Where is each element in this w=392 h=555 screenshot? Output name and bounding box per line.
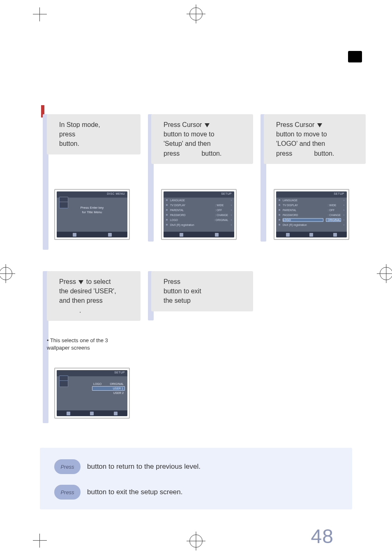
menu-row: DivX (R) registration› xyxy=(276,222,347,227)
menu-row-key: TV DISPLAY xyxy=(283,204,325,207)
chevron-right-icon: › xyxy=(344,204,344,207)
menu-row-key: PARENTAL xyxy=(170,209,213,212)
chevron-right-icon: › xyxy=(344,219,344,221)
menu-row: PARENTAL: OFF› xyxy=(276,207,347,212)
registration-mark-right xyxy=(380,267,392,280)
sc4-title-right: SETUP xyxy=(114,371,125,375)
screenshot-2: SETUP LANGUAGE›TV DISPLAY: WIDE›PARENTAL… xyxy=(161,189,237,240)
wallpaper-note: • This selects one of the 3 wallpaper sc… xyxy=(47,337,129,351)
exit-instruction-text: button to exit the setup screen. xyxy=(87,488,182,496)
menu-row: LANGUAGE› xyxy=(164,198,234,203)
bottom-instruction-band xyxy=(40,448,352,509)
step-4-text-e: . xyxy=(79,307,81,314)
menu-row-key: PASSWORD xyxy=(283,214,325,216)
step-4-text-a: Press xyxy=(59,278,78,285)
menu-row: PASSWORD: CHANGE› xyxy=(164,212,234,217)
menu-row: LOGO: ORIGINAL› xyxy=(276,217,347,222)
chevron-right-icon: › xyxy=(231,214,232,216)
chevron-right-icon: › xyxy=(231,223,232,226)
step-5-text-a: Press xyxy=(164,278,180,285)
menu-row: LANGUAGE› xyxy=(276,198,347,203)
step-1-line2: press xyxy=(59,131,75,138)
menu-row: TV DISPLAY: WIDE› xyxy=(276,203,347,207)
menu-row-value: ORIGINAL xyxy=(110,382,124,385)
menu-row-value: : WIDE xyxy=(215,204,228,207)
step-4-box: Press to select the desired 'USER', and … xyxy=(47,271,141,321)
menu-row: PASSWORD: CHANGE› xyxy=(276,212,347,217)
menu-row: LOGO: ORIGINAL› xyxy=(164,217,234,222)
step-3-text-e: button. xyxy=(314,150,334,157)
menu-row-value: : OFF xyxy=(215,209,228,212)
menu-row-key: LANGUAGE xyxy=(283,199,325,202)
exit-instruction-row: Press button to exit the setup screen. xyxy=(54,485,182,500)
screenshot-4: SETUP LOGOORIGINALUSER 1USER 2 xyxy=(54,368,130,419)
menu-row-value: : CHANGE xyxy=(328,214,341,216)
registration-mark-bottom xyxy=(189,534,203,548)
menu-row: USER 1 xyxy=(92,386,125,391)
menu-row-value: USER 1 xyxy=(113,387,123,390)
chevron-right-icon: › xyxy=(231,199,232,202)
cursor-down-icon xyxy=(317,123,322,127)
chevron-right-icon: › xyxy=(344,199,344,202)
step-4-text-d: and then press xyxy=(59,297,103,304)
cursor-down-icon xyxy=(78,280,83,284)
menu-row-value: : CHANGE xyxy=(215,214,228,216)
step-2-text-a: Press Cursor xyxy=(164,121,204,128)
cursor-down-icon xyxy=(205,123,210,127)
step-2-text-c: 'Setup' and then xyxy=(164,140,211,147)
step-1-line1: In Stop mode, xyxy=(59,121,100,128)
page-number: 48 xyxy=(311,525,334,548)
step-3-text-c: 'LOGO' and then xyxy=(276,140,325,147)
menu-row-value: : WIDE xyxy=(328,204,341,207)
press-pill-1-label: Press xyxy=(60,464,74,470)
menu-row-key: DivX (R) registration xyxy=(170,223,213,226)
chevron-right-icon: › xyxy=(344,214,344,216)
step-3-box: Press Cursor button to move to 'LOGO' an… xyxy=(264,114,366,164)
menu-row-key: LOGO xyxy=(170,219,212,221)
press-pill-2-label: Press xyxy=(60,489,74,495)
step-3-text-b: button to move to xyxy=(276,131,327,138)
screenshot-3: SETUP LANGUAGE›TV DISPLAY: WIDE›PARENTAL… xyxy=(274,189,349,240)
step-2-text-e: button. xyxy=(201,150,221,157)
menu-row-key: LANGUAGE xyxy=(170,199,213,202)
step-5-text-c: the setup xyxy=(164,297,191,304)
menu-row: DivX (R) registration› xyxy=(164,222,234,227)
step-4-text-b: to select xyxy=(86,278,111,285)
step-2-box: Press Cursor button to move to 'Setup' a… xyxy=(151,114,253,164)
menu-row-key: PASSWORD xyxy=(170,214,213,216)
sc2-title-right: SETUP xyxy=(221,192,232,197)
step-3-text-d: press xyxy=(276,150,292,157)
sc1-msg-2: for Title Menu xyxy=(82,210,102,214)
step-5-box: Press button to exit the setup xyxy=(151,271,253,311)
menu-row-value: : ORIGINAL xyxy=(214,219,228,221)
chevron-right-icon: › xyxy=(231,209,232,212)
registration-mark-left xyxy=(0,267,12,280)
menu-row-key: DivX (R) registration xyxy=(283,223,325,226)
sc3-title-right: SETUP xyxy=(334,192,344,197)
crop-mark-bottom-left xyxy=(33,534,47,548)
step-5-text-b: button to exit xyxy=(164,288,201,295)
menu-row-value: USER 2 xyxy=(113,391,124,394)
press-pill-1: Press xyxy=(54,459,81,474)
menu-row-value: : ORIGINAL xyxy=(326,218,341,222)
sc1-title-right: DISC MENU xyxy=(107,192,125,197)
registration-mark-top xyxy=(189,7,203,21)
return-instruction-text: button to return to the previous level. xyxy=(87,463,201,471)
crop-mark-top-left xyxy=(33,7,47,21)
step-2-text-b: button to move to xyxy=(164,131,214,138)
chevron-right-icon: › xyxy=(344,209,344,212)
chevron-right-icon: › xyxy=(231,204,232,207)
step-1-line3: button. xyxy=(59,140,79,147)
press-pill-2: Press xyxy=(54,485,81,500)
step-3-text-a: Press Cursor xyxy=(276,121,316,128)
menu-row-key: LOGO xyxy=(283,218,323,222)
step-2-text-d: press xyxy=(164,150,180,157)
menu-row: PARENTAL: OFF› xyxy=(164,207,234,212)
page-content: In Stop mode, press button. Press Cursor… xyxy=(30,25,362,530)
step-1-box: In Stop mode, press button. xyxy=(47,114,141,154)
sc1-msg-1: Press Enter key xyxy=(81,206,104,210)
menu-row-key: TV DISPLAY xyxy=(170,204,213,207)
chevron-right-icon: › xyxy=(231,219,232,221)
menu-row: USER 2 xyxy=(92,391,125,395)
menu-row-value: : OFF xyxy=(328,209,341,212)
